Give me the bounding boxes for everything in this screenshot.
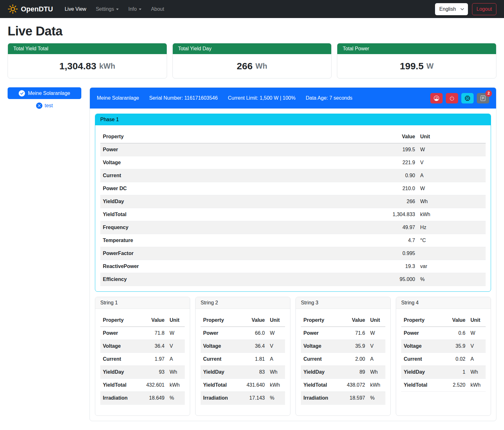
table-row: Power71.6W <box>301 327 385 340</box>
nav-item-about[interactable]: About <box>146 4 169 15</box>
value-cell: 19.3 <box>383 260 418 273</box>
table-row: Voltage36.4V <box>201 340 285 353</box>
value-cell: 221.9 <box>383 156 418 169</box>
logout-button[interactable]: Logout <box>472 3 496 15</box>
strings-grid: String 1 Property Value Unit Power71.8WV… <box>95 297 491 416</box>
summary-card-value: 1,304.83 <box>59 61 96 72</box>
table-row: Current1.81A <box>201 353 285 366</box>
nav-menu: Live View Settings Info About <box>60 4 169 15</box>
table-row: Power DC210.0W <box>100 182 486 195</box>
string-card-4: String 4 Property Value Unit Power0.6WVo… <box>396 297 491 416</box>
table-row: YieldDay83Wh <box>201 366 285 379</box>
unit-cell: kWh <box>418 208 486 221</box>
event-log-button[interactable]: 2 <box>477 93 489 103</box>
value-cell: 71.6 <box>344 327 368 340</box>
unit-cell: V <box>267 340 285 353</box>
string-table: Property Value Unit Power71.8WVoltage36.… <box>100 314 185 405</box>
unit-cell: Wh <box>267 366 285 379</box>
table-row: YieldTotal1,304.833kWh <box>100 208 486 221</box>
unit-cell: Wh <box>167 366 185 379</box>
value-cell: 36.4 <box>143 340 167 353</box>
string-card-3: String 3 Property Value Unit Power71.6WV… <box>296 297 391 416</box>
language-select[interactable]: English <box>435 3 468 15</box>
summary-card-unit: W <box>426 62 434 71</box>
value-cell: 2.520 <box>444 379 468 392</box>
inverter-panel-body: Phase 1 Property Value Unit Power199.5WV… <box>90 109 496 421</box>
live-view-row: Meine Solaranlage test Meine Solaranlage… <box>8 87 496 421</box>
value-cell: 0.6 <box>444 327 468 340</box>
unit-cell: W <box>267 327 285 340</box>
table-row: YieldTotal431.640kWh <box>201 379 285 392</box>
unit-cell: % <box>418 273 486 286</box>
value-cell: 432.601 <box>143 379 167 392</box>
table-row: Irradiation17.143% <box>201 392 285 405</box>
column-header-value: Value <box>444 314 468 327</box>
property-cell: Efficiency <box>100 273 383 286</box>
property-cell: ReactivePower <box>100 260 383 273</box>
phase-title: Phase 1 <box>95 114 491 125</box>
column-header-property: Property <box>401 314 444 327</box>
property-cell: Current <box>100 169 383 182</box>
sidebar-item-test[interactable]: test <box>8 103 81 109</box>
unit-cell: W <box>167 327 185 340</box>
nav-item-live-view[interactable]: Live View <box>60 4 91 15</box>
string-title: String 4 <box>396 297 491 309</box>
string-table: Property Value Unit Power71.6WVoltage35.… <box>301 314 385 405</box>
limit-settings-button[interactable] <box>430 93 443 103</box>
unit-cell: W <box>368 327 385 340</box>
power-settings-button[interactable] <box>446 93 458 103</box>
string-card-1: String 1 Property Value Unit Power71.8WV… <box>95 297 190 416</box>
sidebar-item-meine-solaranlage[interactable]: Meine Solaranlage <box>8 87 81 99</box>
value-cell: 35.9 <box>444 340 468 353</box>
unit-cell: Wh <box>368 366 385 379</box>
summary-card-title: Total Yield Total <box>8 43 167 54</box>
inverter-limit: Current Limit: 1,500 W | 100% <box>228 95 296 101</box>
string-title: String 3 <box>296 297 390 309</box>
property-cell: YieldDay <box>100 195 383 208</box>
unit-cell: V <box>167 340 185 353</box>
unit-cell: kWh <box>468 379 486 392</box>
summary-card-title: Total Power <box>337 43 496 54</box>
value-cell: 89 <box>344 366 368 379</box>
property-cell: Current <box>201 353 243 366</box>
value-cell: 18.649 <box>143 392 167 405</box>
inverter-panel: Meine Solaranlage Serial Number: 1161716… <box>90 87 496 421</box>
property-cell: Temperature <box>100 234 383 247</box>
summary-cards-row: Total Yield Total 1,304.83 kWh Total Yie… <box>8 43 496 78</box>
table-row: YieldTotal432.601kWh <box>100 379 185 392</box>
table-row: YieldTotal2.520kWh <box>401 379 486 392</box>
table-row: Voltage221.9V <box>100 156 486 169</box>
value-cell: 18.597 <box>344 392 368 405</box>
string-table: Property Value Unit Power66.0WVoltage36.… <box>201 314 285 405</box>
unit-cell: Wh <box>418 195 486 208</box>
cpu-icon <box>465 96 470 101</box>
unit-cell: Wh <box>468 366 486 379</box>
value-cell: 4.7 <box>383 234 418 247</box>
device-info-button[interactable] <box>461 93 474 103</box>
string-title: String 2 <box>196 297 290 309</box>
brand-link[interactable]: OpenDTU <box>8 4 53 14</box>
property-cell: Power <box>301 327 344 340</box>
column-header-value: Value <box>383 130 418 143</box>
page-container: Live Data Total Yield Total 1,304.83 kWh… <box>0 24 504 426</box>
value-cell: 1.97 <box>143 353 167 366</box>
table-row: YieldDay93Wh <box>100 366 185 379</box>
x-circle-icon <box>36 103 42 109</box>
sun-logo-icon <box>8 4 18 14</box>
column-header-value: Value <box>243 314 267 327</box>
inverter-sidebar: Meine Solaranlage test <box>8 87 81 109</box>
nav-item-info[interactable]: Info <box>123 4 146 15</box>
phase-table: Property Value Unit Power199.5WVoltage22… <box>100 130 486 286</box>
chevron-down-icon <box>116 9 119 10</box>
string-table: Property Value Unit Power0.6WVoltage35.9… <box>401 314 486 392</box>
property-cell: Current <box>301 353 344 366</box>
value-cell: 210.0 <box>383 182 418 195</box>
table-row: YieldTotal438.072kWh <box>301 379 385 392</box>
unit-cell: A <box>267 353 285 366</box>
unit-cell: kWh <box>267 379 285 392</box>
string-title: String 1 <box>95 297 190 309</box>
property-cell: PowerFactor <box>100 247 383 260</box>
property-cell: YieldDay <box>401 366 444 379</box>
nav-item-settings[interactable]: Settings <box>91 4 124 15</box>
unit-cell: A <box>418 169 486 182</box>
